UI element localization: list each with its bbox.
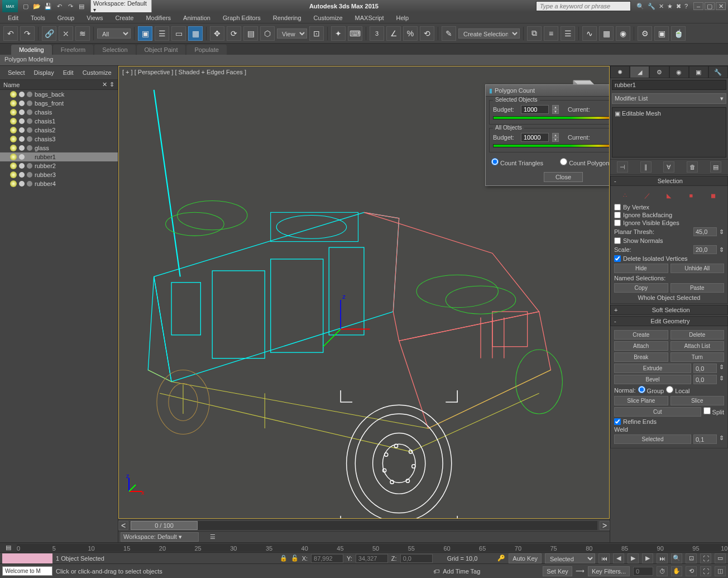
vertex-subobj-icon[interactable]: ∴ [619, 190, 631, 200]
undo-button[interactable]: ↶ [3, 26, 18, 41]
sort-icon[interactable]: ⇕ [109, 81, 114, 88]
se-menu-customize[interactable]: Customize [79, 68, 115, 77]
goto-start-icon[interactable]: ⏮ [598, 553, 610, 563]
script-output-box[interactable] [2, 553, 52, 563]
key-filters-icon[interactable]: ⟿ [576, 567, 585, 575]
scene-item-bags_back[interactable]: bags_back [0, 90, 118, 99]
render-setup-button[interactable]: ⚙ [638, 26, 652, 41]
key-mode-dropdown[interactable]: Selected [545, 553, 595, 563]
configure-sets-icon[interactable]: ▤ [710, 161, 721, 173]
key-icon[interactable]: 🔑 [497, 555, 505, 562]
binoculars-icon[interactable]: 🔍 [636, 3, 644, 10]
link-button[interactable]: 🔗 [42, 26, 56, 41]
modifier-list-dropdown[interactable]: Modifier List▾ [612, 93, 726, 104]
show-normals-checkbox[interactable] [614, 237, 621, 244]
soft-selection-rollout-header[interactable]: +Soft Selection [610, 305, 728, 315]
perspective-viewport[interactable]: [ + ] [ Perspective ] [ Shaded + Edged F… [118, 66, 610, 519]
render-frame-button[interactable]: ▣ [654, 26, 669, 41]
viewport-label[interactable]: [ + ] [ Perspective ] [ Shaded + Edged F… [122, 69, 246, 75]
close-icon[interactable]: ✕ [102, 81, 107, 88]
minimize-button[interactable]: – [693, 2, 703, 10]
pan-icon[interactable]: ✋ [671, 566, 682, 576]
copy-sel-button[interactable]: Copy [614, 283, 668, 293]
angle-snap-button[interactable]: ∠ [386, 26, 401, 41]
element-subobj-icon[interactable]: ◼ [707, 190, 719, 200]
remove-modifier-icon[interactable]: 🗑 [687, 161, 698, 173]
snap-toggle-button[interactable]: 3 [370, 26, 384, 41]
stack-item-label[interactable]: Editable Mesh [622, 110, 661, 117]
dialog-close-ok-button[interactable]: Close [544, 172, 583, 182]
hide-button[interactable]: Hide [614, 264, 668, 273]
spinner-down-icon[interactable]: ▼ [552, 137, 559, 142]
visibility-bulb-icon[interactable] [10, 145, 17, 151]
ignore-backfacing-checkbox[interactable] [614, 212, 621, 218]
exchange-icon[interactable]: ✕ [659, 3, 664, 10]
refine-ends-checkbox[interactable] [614, 418, 621, 425]
attach-list-button[interactable]: Attach List [670, 341, 725, 351]
scene-item-chasis[interactable]: chasis [0, 108, 118, 117]
visibility-bulb-icon[interactable] [10, 91, 17, 98]
show-end-result-icon[interactable]: ∥ [640, 161, 652, 173]
trackbar[interactable]: ▤ 051015 20253035 40455055 60657075 8085… [0, 542, 728, 552]
all-budget-input[interactable] [521, 133, 549, 142]
key-icon[interactable]: 🔧 [648, 3, 655, 10]
modify-tab[interactable]: ◢ [630, 66, 649, 78]
freeze-icon[interactable] [19, 109, 25, 115]
visibility-bulb-icon[interactable] [10, 109, 17, 116]
time-slider[interactable]: < 0 / 100 > [118, 519, 610, 531]
visibility-bulb-icon[interactable] [10, 100, 17, 107]
layers-icon[interactable]: ☰ [210, 533, 215, 541]
new-icon[interactable]: ▢ [21, 2, 30, 11]
freeze-icon[interactable] [19, 118, 25, 124]
save-icon[interactable]: 💾 [44, 2, 52, 11]
face-subobj-icon[interactable]: ◣ [663, 190, 675, 200]
selection-rollout-header[interactable]: -Selection [610, 176, 728, 186]
render-button[interactable]: 🍵 [671, 26, 686, 41]
split-checkbox[interactable]: Split [703, 407, 724, 417]
freeze-icon[interactable] [19, 154, 25, 160]
edit-named-sel-button[interactable]: ✎ [442, 26, 456, 41]
move-button[interactable]: ✥ [210, 26, 224, 41]
paste-sel-button[interactable]: Paste [670, 283, 725, 293]
freeze-icon[interactable] [19, 172, 25, 178]
bevel-button[interactable]: Bevel [614, 375, 691, 384]
ignore-visible-edges-checkbox[interactable] [614, 219, 621, 226]
freeze-icon[interactable] [19, 181, 25, 187]
help-icon[interactable]: ? [684, 3, 688, 10]
turn-button[interactable]: Turn [670, 352, 725, 362]
delete-button[interactable]: Delete [670, 330, 725, 340]
name-column-header[interactable]: Name [3, 82, 20, 88]
slice-plane-button[interactable]: Slice Plane [614, 396, 668, 405]
help-search-input[interactable] [536, 1, 631, 11]
percent-snap-button[interactable]: % [403, 26, 418, 41]
polygon-subobj-icon[interactable]: ■ [685, 190, 697, 200]
attach-button[interactable]: Attach [614, 341, 668, 351]
spinner-down-icon[interactable]: ▼ [552, 109, 559, 114]
workspace-dropdown[interactable]: Workspace: Default ▾ [90, 0, 152, 14]
scene-item-rubber4[interactable]: rubber4 [0, 179, 118, 188]
select-by-name-button[interactable]: ☰ [155, 26, 169, 41]
ribbon-tab-freeform[interactable]: Freeform [53, 45, 94, 55]
workspace-footer-dropdown[interactable]: Workspace: Default ▾ [121, 532, 199, 542]
pin-stack-icon[interactable]: ⊣ [617, 161, 628, 173]
time-slider-handle[interactable]: 0 / 100 [131, 521, 198, 530]
prev-frame-icon[interactable]: ◀ [613, 553, 624, 563]
menu-rendering[interactable]: Rendering [267, 13, 307, 22]
auto-key-button[interactable]: Auto Key [509, 553, 542, 563]
tag-icon[interactable]: 🏷 [433, 568, 439, 575]
menu-tools[interactable]: Tools [25, 13, 51, 22]
current-frame-input[interactable] [633, 567, 653, 576]
redo-icon[interactable]: ↷ [66, 2, 75, 11]
selected-budget-input[interactable] [521, 105, 549, 114]
make-unique-icon[interactable]: ∀ [663, 161, 674, 173]
set-key-button[interactable]: Set Key [543, 566, 572, 576]
se-menu-display[interactable]: Display [31, 68, 58, 77]
keyboard-shortcut-button[interactable]: ⌨ [348, 26, 362, 41]
menu-animation[interactable]: Animation [178, 13, 216, 22]
named-selection-dropdown[interactable]: Create Selection Se [458, 28, 520, 39]
placement-button[interactable]: ⬡ [260, 26, 275, 41]
x-icon[interactable]: ✖ [676, 3, 681, 10]
trackbar-mode-icon[interactable]: ▤ [6, 544, 11, 551]
create-button[interactable]: Create [614, 330, 668, 340]
project-icon[interactable]: ▤ [77, 2, 86, 11]
